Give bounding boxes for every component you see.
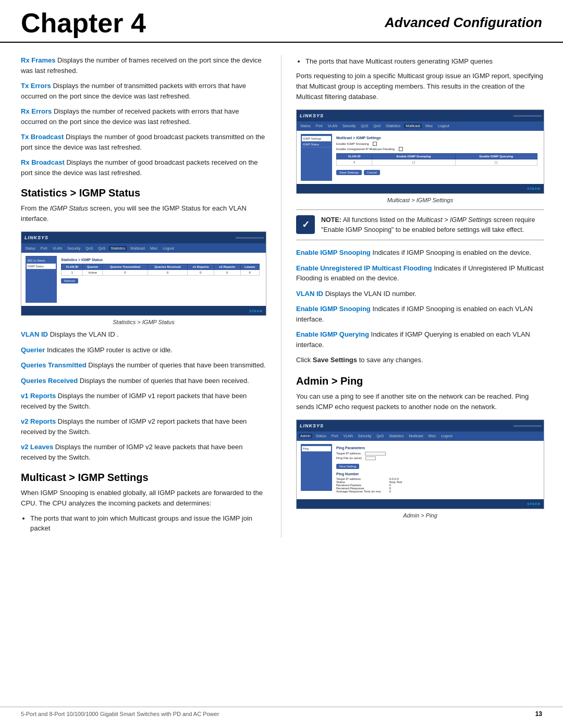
ss-nav-statistics: Statistics [109,246,127,251]
stats-igmp-heading: Statistics > IGMP Status [21,187,266,199]
multicast-bullets-left: The ports that want to join which Multic… [30,513,266,534]
term-text: Displays the number of queries that have… [88,361,265,369]
term-enable-igmp-querying: Enable IGMP Querying Indicates if IGMP Q… [296,329,544,350]
ss-mc-td-vlan: 1 [337,159,372,165]
ss-ap-target-row: Target IP address [336,452,537,455]
bullet-join: The ports that want to join which Multic… [30,513,266,534]
term-label: VLAN ID [296,290,323,298]
save-settings-text: Click Save Settings to save any changes. [296,355,544,365]
ss-ap-nav-port: Port [330,434,340,438]
ss-ap-rv-status: Stop Test [389,480,402,484]
ss-mc-enable-snooping-row: Enable IGMP Snooping [336,142,537,146]
term-rx-errors: Rx Errors Displays the number of receive… [21,106,266,127]
admin-ping-heading: Admin > Ping [296,375,544,387]
note-label: NOTE: [321,216,341,224]
ss-mc-nav-qos2: QoS [372,124,382,128]
stats-screenshot: LINKSYS xxxxxxxxxxxxxxxxxx Status Port V… [21,231,266,316]
ss-ap-result-row1: Target IP address Status Received Packet… [336,477,537,493]
term-text: Displays the number of transmitted packe… [21,82,246,100]
chapter-title: Chapter 4 [21,9,146,36]
term-v2-leaves: v2 Leaves Displays the number of IGMP v2… [21,442,266,462]
ss-ap-footer: cisco [297,499,544,509]
stats-screenshot-caption: Statistics > IGMP Status [21,319,266,325]
ss-mc-table: VLAN ID Enable IGMP Snooping Enable IGMP… [336,153,537,166]
term-text: Displays the VLAN ID . [50,330,119,338]
ss-ap-nav-admin: Admin [299,434,312,438]
term-vlan-id: VLAN ID Displays the VLAN ID . [21,329,266,340]
term-label: Rx Errors [21,107,52,115]
term-label: Querier [21,346,45,354]
ss-td-querier: Active [83,270,103,276]
ss-ap-nav-status: Status [314,434,328,438]
term-vlan-id-right: VLAN ID Displays the VLAN ID number. [296,289,544,299]
ss-td-v2: 0 [214,270,240,276]
ss-mc-unregistered-row: Enable Unregistered IP Multicast Floodin… [336,147,537,151]
footer-page: 13 [535,710,542,718]
term-label: Enable IGMP Snooping [296,305,371,313]
ss-ap-times-input[interactable] [365,456,376,460]
ss-ap-nav-logout: Logout [439,434,454,438]
note-box: ✓ NOTE: All functions listed on the Mult… [296,209,544,241]
ss-ap-sidebar: Ping [301,444,332,491]
main-content: Rx Frames Displays the number of frames … [0,43,563,538]
ss-td-v1: 0 [188,270,214,276]
ss-ap-ip: xxxxxxxxxxxxxxxxxx [513,424,544,427]
ss-mc-cancel-btn[interactable]: Cancel [364,170,380,175]
term-rx-broadcast: Rx Broadcast Displays the number of good… [21,157,266,178]
ss-ap-main: Ping Parameters Target IP address Ping F… [334,444,540,496]
ss-mc-snooping-checkbox [373,142,377,146]
ss-mc-save-btn[interactable]: Save Settings [336,170,362,175]
term-rx-frames: Rx Frames Displays the number of frames … [21,55,266,76]
term-label: Queries Received [21,377,78,385]
term-text: Displays the VLAN ID number. [325,290,417,298]
ss-td-qtx: 0 [103,270,148,276]
stats-igmp-intro: From the IGMP Status screen, you will se… [21,203,266,224]
page-header: Chapter 4 Advanced Configuration [0,0,563,43]
ss-mc-enable-label: Enable IGMP Snooping [336,142,369,145]
term-label: Enable Unregistered IP Multicast Floodin… [296,264,432,272]
ss-ap-rl-avg: Average Response Time (in ms) [336,490,381,493]
ss-mc-nav: Status Port VLAN Security QoS QoS Statis… [297,121,544,131]
ss-footer: cisco [21,306,266,315]
term-tx-broadcast: Tx Broadcast Displays the number of good… [21,132,266,152]
admin-ping-intro: You can use a ping to see if another sit… [296,391,544,412]
ss-mc-buttons: Save Settings Cancel [336,168,537,175]
ss-td-leaves: 0 [240,270,260,276]
ss-th-v1: v1 Reports [188,264,214,270]
term-text: Displays the number of queries that have… [80,377,249,385]
cisco-logo-mc: cisco [528,186,541,191]
note-icon: ✓ [296,215,315,234]
term-label: VLAN ID [21,330,48,338]
ss-mc-main: Multicast > IGMP Settings Enable IGMP Sn… [334,134,540,177]
term-label: Rx Frames [21,56,55,64]
page-footer: 5-Port and 8-Port 10/100/1000 Gigabit Sm… [0,707,563,718]
ss-mc-unregistered-label: Enable Unregistered IP Multicast Floodin… [336,147,395,151]
ss-ap-times-row: Ping File (to send) [336,456,537,460]
right-column: The ports that have Multicast routers ge… [282,55,563,538]
ss-nav-qos2: QoS [96,246,107,251]
ss-th-leaves: Leaves [240,264,260,270]
ss-body: 802.1x Status IGMP Status Statistics > I… [21,253,266,306]
ss-sidebar: 802.1x Status IGMP Status [26,256,57,303]
term-tx-errors: Tx Errors Displays the number of transmi… [21,81,266,101]
ss-ap-nav-vlan: VLAN [342,434,354,438]
ss-mc-nav-port: Port [314,124,324,128]
ss-ap-result-title: Ping Number [336,472,537,476]
ss-mc-nav-vlan: VLAN [326,124,339,128]
linksys-logo: LINKSYS [25,235,48,240]
ss-nav-security: Security [66,246,82,251]
ss-ap-target-input[interactable] [365,452,386,455]
multicast-igmp-intro: When IGMP Snooping is enabled globally, … [21,488,266,509]
ss-mc-sidebar-settings: IGMP Settings [302,136,331,142]
ss-mc-nav-logout: Logout [436,124,450,128]
ss-mc-nav-qos: QoS [359,124,370,128]
multicast-intro-text: Ports requesting to join a specific Mult… [296,71,544,102]
ss-refresh-btn[interactable]: Refresh [61,278,78,283]
ss-mc-th-querying: Enable IGMP Querying [455,153,537,159]
ss-mc-nav-stats: Statistics [384,124,402,128]
ss-ap-nav: Admin Status Port VLAN Security QoS Stat… [297,431,544,441]
ss-ap-start-btn[interactable]: Now Setting [336,464,359,469]
ss-th-qrx: Queries Received [148,264,187,270]
term-enable-igmp-snooping-2: Enable IGMP Snooping Indicates if IGMP S… [296,304,544,324]
ss-igmp-table: VLAN ID Querier Queries Transmitted Quer… [61,264,260,276]
